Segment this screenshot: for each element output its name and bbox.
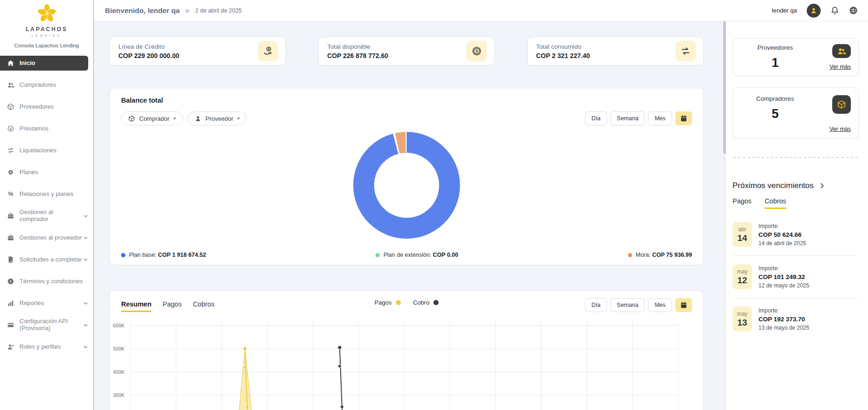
filter-chip-proveedor[interactable]: Proveedor▾ xyxy=(188,111,247,125)
sidebar-item-planes[interactable]: Planes xyxy=(0,165,93,180)
chevron-down-icon xyxy=(83,322,89,328)
brand-name: LAPACHOS xyxy=(0,26,93,33)
summary-period-dia[interactable]: Día xyxy=(585,298,607,312)
right-panel: Proveedores1Ver másCompradores5Ver más P… xyxy=(726,21,868,410)
sidebar-item-label: Compradores xyxy=(19,82,56,89)
upcoming-item: may13Importe:COP 192 373.7013 de mayo de… xyxy=(732,306,859,332)
lapachos-flower-logo xyxy=(37,4,57,23)
double-chevron-icon: » xyxy=(185,6,189,15)
main-content: Línea de CréditoCOP 229 200 000.00$Total… xyxy=(94,21,723,410)
balance-calendar-button[interactable] xyxy=(675,111,692,125)
language-globe-button[interactable] xyxy=(849,6,858,15)
percent-icon: % xyxy=(7,190,14,198)
globe-icon xyxy=(849,6,858,15)
balance-period-buttons: DíaSemanaMes xyxy=(585,111,692,125)
right-card-proveedores: Proveedores1Ver más xyxy=(732,38,859,76)
info-icon: ! xyxy=(7,278,14,285)
right-card-compradores: Compradores5Ver más xyxy=(732,87,859,138)
svg-text:400K: 400K xyxy=(113,369,124,375)
upcoming-item-info: Importe:COP 101 249.3212 de mayo de 2025 xyxy=(758,264,809,289)
svg-text:500K: 500K xyxy=(113,346,124,351)
importe-amount: COP 101 249.32 xyxy=(758,273,809,280)
user-avatar[interactable] xyxy=(807,4,821,18)
ver-mas-link[interactable]: Ver más xyxy=(829,126,851,132)
right-card-count: 5 xyxy=(740,107,810,121)
sidebar-item-label: Configuración API (Provisoria) xyxy=(19,318,83,332)
date-chip: abr14 xyxy=(732,222,752,247)
stat-value: COP 226 878 772.60 xyxy=(327,52,388,59)
filter-chip-comprador[interactable]: Comprador▾ xyxy=(121,111,183,125)
home-icon xyxy=(7,59,14,67)
right-card-label: Proveedores xyxy=(740,44,810,51)
legend-dot-icon xyxy=(396,300,401,305)
importe-amount: COP 192 373.70 xyxy=(758,316,809,323)
stat-label: Línea de Crédito xyxy=(118,43,179,50)
bars-icon xyxy=(7,299,14,307)
balance-legend-item: Mora: COP 75 936.99 xyxy=(628,252,692,258)
chevron-right-icon[interactable] xyxy=(818,182,826,189)
legend-text: Mora: COP 75 936.99 xyxy=(636,252,692,258)
summary-tab-resumen[interactable]: Resumen xyxy=(121,300,151,312)
date-chip-month: abr xyxy=(738,226,746,233)
importe-date: 12 de mayo de 2025 xyxy=(758,282,809,289)
sidebar-item-gestiones-al-proveedor[interactable]: Gestiones al proveedor xyxy=(0,230,93,245)
vertical-scrollbar[interactable] xyxy=(723,21,726,410)
date-chip: may13 xyxy=(732,306,752,332)
chart-legend-item: Pagos xyxy=(375,299,401,306)
summary-tab-cobros[interactable]: Cobros xyxy=(193,300,214,312)
sidebar-item-terminos-y-condiciones[interactable]: !Términos y condiciones xyxy=(0,274,93,289)
sidebar-item-label: Préstamos xyxy=(19,125,48,132)
app-root: LAPACHOS LENDING Consola Lapachos Lendin… xyxy=(0,0,868,410)
sidebar-item-compradores[interactable]: Compradores xyxy=(0,78,93,92)
console-label: Consola Lapachos Lending xyxy=(0,43,93,48)
stat-icon-badge xyxy=(675,41,696,61)
right-card-icon-badge xyxy=(832,44,851,58)
line-chart-svg: 600K500K400K300K xyxy=(112,318,692,410)
sidebar-item-configuracion-api[interactable]: Configuración API (Provisoria) xyxy=(0,318,93,332)
scrollbar-thumb[interactable] xyxy=(723,21,726,154)
summary-period-mes[interactable]: Mes xyxy=(648,298,672,312)
person-icon xyxy=(194,115,201,122)
sidebar-item-inicio[interactable]: Inicio xyxy=(0,56,88,71)
sidebar-item-relaciones-y-planes[interactable]: %Relaciones y planes xyxy=(0,187,93,202)
sidebar-item-proveedores[interactable]: Proveedores xyxy=(0,99,93,114)
importe-date: 14 de abril de 2025 xyxy=(758,240,806,247)
summary-calendar-button[interactable] xyxy=(675,298,692,312)
balance-period-dia[interactable]: Día xyxy=(585,111,607,125)
caret-down-icon: ▾ xyxy=(238,116,240,121)
sidebar-item-label: Gestiones al proveedor xyxy=(19,234,82,241)
sidebar-item-label: Gestiones al comprador xyxy=(19,209,83,223)
sidebar-item-reportes[interactable]: Reportes xyxy=(0,296,93,311)
dashed-divider xyxy=(733,157,858,158)
legend-dot-icon xyxy=(434,300,439,305)
svg-text:$: $ xyxy=(268,47,270,51)
ver-mas-link[interactable]: Ver más xyxy=(829,64,851,70)
summary-tabs-row: ResumenPagosCobros PagosCobro DíaSemanaM… xyxy=(121,298,692,312)
upcoming-tab-pagos[interactable]: Pagos xyxy=(732,197,751,209)
sidebar-item-gestiones-al-comprador[interactable]: Gestiones al comprador xyxy=(0,208,93,223)
sidebar-item-solicitudes-a-completar[interactable]: Solicitudes a completar xyxy=(0,252,93,267)
summary-period-semana[interactable]: Semana xyxy=(610,298,645,312)
summary-chart-legend: PagosCobro xyxy=(375,299,439,306)
balance-period-semana[interactable]: Semana xyxy=(610,111,645,125)
caret-down-icon: ▾ xyxy=(174,116,176,121)
main-column: Bienvenido, lender qa » 2 de abril de 20… xyxy=(94,0,868,410)
sidebar-nav: InicioCompradoresProveedores$PréstamosLi… xyxy=(0,56,93,361)
upcoming-tab-cobros[interactable]: Cobros xyxy=(764,197,786,209)
chevron-down-icon xyxy=(83,235,89,241)
handcoin-icon: $ xyxy=(263,46,273,56)
legend-dot-icon xyxy=(376,253,380,257)
sidebar-item-prestamos[interactable]: $Préstamos xyxy=(0,121,93,136)
summary-tab-pagos[interactable]: Pagos xyxy=(162,300,181,312)
sidebar-item-roles-y-perfiles[interactable]: Roles y perfiles xyxy=(0,339,93,354)
sidebar-item-label: Relaciones y planes xyxy=(19,191,73,198)
summary-line-chart: 600K500K400K300K xyxy=(121,318,692,410)
notifications-bell-button[interactable] xyxy=(830,6,839,15)
balance-period-mes[interactable]: Mes xyxy=(648,111,672,125)
header-date: 2 de abril de 2025 xyxy=(195,7,242,14)
cube-icon xyxy=(837,100,846,109)
sidebar-item-liquidaciones[interactable]: Liquidaciones xyxy=(0,143,93,158)
userplus-icon xyxy=(7,343,14,351)
stat-text: Total disponibleCOP 226 878 772.60 xyxy=(327,43,388,59)
stat-value: COP 229 200 000.00 xyxy=(118,52,179,59)
